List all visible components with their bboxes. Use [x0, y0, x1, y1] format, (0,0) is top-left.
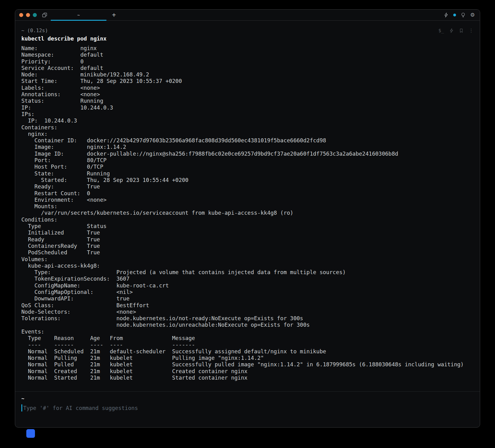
new-tab-button[interactable]: +	[111, 12, 117, 18]
terminal-window: ~ + ⚙ ~(0.12s)	[15, 9, 480, 428]
block-divider	[15, 391, 480, 392]
cwd-path: ~	[21, 28, 24, 33]
command-text: kubectl describe pod nginx	[21, 36, 474, 42]
lightbulb-icon[interactable]	[461, 12, 466, 18]
command-duration: (0.12s)	[27, 28, 48, 33]
minimize-button[interactable]	[26, 13, 30, 17]
terminal-content: ~(0.12s) $_ ⋮ kubectl describe pod nginx…	[15, 21, 480, 411]
prompt-line: ~(0.12s)	[21, 28, 48, 33]
dock-app-icon[interactable]	[26, 429, 35, 438]
text-cursor	[21, 404, 22, 411]
new-window-icon[interactable]	[42, 12, 48, 18]
input-placeholder: Type '#' for AI command suggestions	[23, 405, 138, 411]
close-button[interactable]	[19, 13, 23, 17]
settings-gear-icon[interactable]: ⚙	[470, 12, 475, 18]
command-input[interactable]: Type '#' for AI command suggestions	[21, 404, 474, 411]
terminal-prompt-icon[interactable]: $_	[438, 28, 444, 33]
tab-bar: ~ + ⚙	[15, 10, 480, 21]
bookmark-icon[interactable]	[459, 28, 463, 33]
tab-title: ~	[77, 13, 80, 18]
maximize-button[interactable]	[33, 13, 37, 17]
lightning-icon[interactable]	[449, 28, 454, 33]
tab-home[interactable]: ~	[51, 10, 106, 20]
lightning-icon[interactable]	[444, 12, 449, 18]
command-output: Name: nginx Namespace: default Priority:…	[21, 45, 474, 381]
input-cwd-path: ~	[21, 396, 474, 402]
notification-dot	[453, 14, 456, 16]
traffic-lights	[19, 13, 37, 17]
command-block-header: ~(0.12s) $_ ⋮	[21, 28, 474, 33]
kebab-menu-icon[interactable]: ⋮	[469, 28, 474, 33]
